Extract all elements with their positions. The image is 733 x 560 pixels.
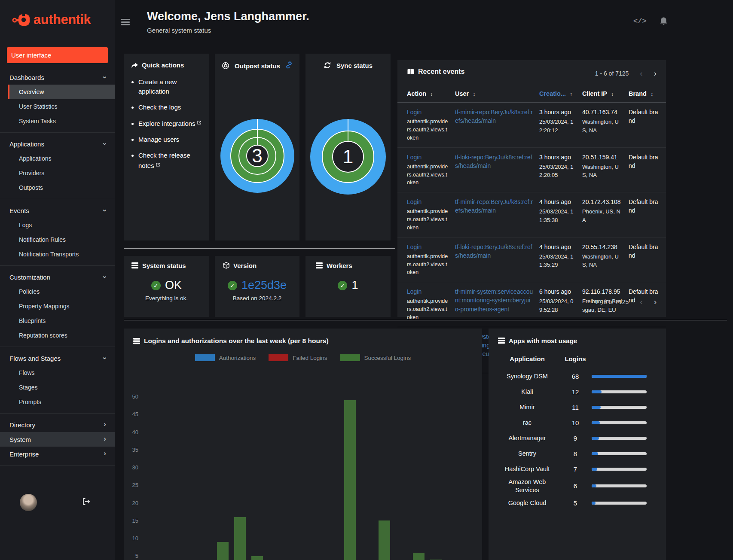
sidebar-group-enterprise[interactable]: Enterprise›	[0, 447, 115, 461]
event-user-link[interactable]: tf-mimir-repo:BeryJu/k8s:ref:refs/heads/…	[455, 198, 533, 214]
event-brand-cell: Default brand	[629, 198, 665, 232]
chevron-down-icon: ›	[101, 357, 109, 359]
events-column-brand[interactable]: Brand↕	[629, 90, 665, 97]
progress-track	[592, 437, 647, 440]
pagination-prev-icon[interactable]: ‹	[640, 297, 642, 307]
sidebar-item-notification-rules[interactable]: Notification Rules	[0, 232, 115, 247]
event-user-link[interactable]: tf-mimir-repo:BeryJu/k8s:ref:refs/heads/…	[455, 109, 533, 124]
app-name: Amazon Web Services	[495, 477, 559, 496]
chart-bar	[251, 556, 263, 560]
app-usage-row-kiali: Kiali12	[489, 384, 666, 399]
sidebar-item-reputation-scores[interactable]: Reputation scores	[0, 328, 115, 343]
events-column-user[interactable]: User↕	[455, 90, 539, 97]
app-usage-row-hashicorp-vault: HashiCorp Vault7	[489, 461, 666, 477]
event-ip: 40.71.163.74	[582, 108, 623, 116]
sidebar-group-flows-and-stages[interactable]: Flows and Stages›	[0, 351, 115, 365]
sidebar-item-outposts[interactable]: Outposts	[0, 180, 115, 195]
event-action-cell: Loginauthentik.providers.oauth2.views.to…	[407, 153, 455, 187]
event-brand: Default brand	[629, 198, 659, 215]
version-title: Version	[223, 262, 299, 269]
event-user-link[interactable]: tf-mimir-system:serviceaccount:monitorin…	[455, 288, 533, 313]
event-action-link[interactable]: Login	[407, 243, 421, 250]
quick-action-item: Create a new application	[138, 77, 202, 96]
quick-actions-title: Quick actions	[131, 61, 202, 69]
system-status-value: OK	[165, 279, 182, 292]
sidebar-group-events[interactable]: Events›	[0, 203, 115, 218]
sidebar-item-applications[interactable]: Applications	[0, 151, 115, 166]
sidebar: authentik User interface Dashboards›Over…	[0, 0, 115, 560]
event-action-detail: authentik.providers.oauth2.views.token	[407, 253, 449, 277]
sidebar-group-label: Customization	[9, 274, 50, 281]
app-usage-row-rac: rac10	[489, 415, 666, 430]
recent-events-card: Recent events 1 - 6 of 7125 ‹ › Action↕U…	[397, 60, 666, 317]
event-user-link[interactable]: tf-loki-repo:BeryJu/k8s:ref:refs/heads/m…	[455, 243, 532, 259]
legend-item-failed-logins: Failed Logins	[269, 354, 327, 361]
menu-toggle-icon[interactable]	[121, 19, 130, 27]
sidebar-item-system-tasks[interactable]: System Tasks	[0, 114, 115, 128]
sort-ascending-icon: ↑	[570, 91, 573, 97]
sidebar-group-directory[interactable]: Directory›	[0, 417, 115, 432]
app-usage-row-alertmanager: Alertmanager9	[489, 430, 666, 446]
sidebar-item-providers[interactable]: Providers	[0, 166, 115, 180]
chart-bar	[413, 553, 425, 560]
sidebar-item-property-mappings[interactable]: Property Mappings	[0, 299, 115, 313]
sidebar-group-applications[interactable]: Applications›	[0, 137, 115, 151]
sign-out-icon[interactable]	[82, 497, 91, 508]
event-client-ip-cell: 40.71.163.74Washington, US, NA	[582, 108, 629, 142]
event-action-link[interactable]: Login	[407, 198, 421, 205]
sidebar-item-notification-transports[interactable]: Notification Transports	[0, 247, 115, 262]
event-action-link[interactable]: Login	[407, 154, 421, 161]
column-label: Action	[407, 90, 426, 97]
event-date: 25/03/2024, 11:35:38	[539, 207, 576, 224]
pagination-prev-icon[interactable]: ‹	[640, 69, 642, 78]
quick-actions-list: Create a new applicationCheck the logsEx…	[138, 77, 202, 170]
events-column-creatio-[interactable]: Creatio...↑	[539, 90, 582, 97]
sidebar-item-user-statistics[interactable]: User Statistics	[0, 99, 115, 114]
quick-action-link-check-the-release-notes[interactable]: Check the release notes	[138, 152, 190, 169]
y-axis-tick: 30	[124, 464, 138, 471]
sidebar-item-logs[interactable]: Logs	[0, 218, 115, 232]
version-value-link[interactable]: 1e25d3e	[241, 279, 287, 292]
event-date: 25/03/2024, 12:20:12	[539, 118, 576, 134]
sidebar-item-blueprints[interactable]: Blueprints	[0, 313, 115, 328]
pagination-label: 1 - 6 of 7125	[595, 298, 629, 305]
sidebar-item-stages[interactable]: Stages	[0, 380, 115, 395]
quick-action-link-explore-integrations[interactable]: Explore integrations	[138, 120, 195, 127]
progress-track	[592, 484, 647, 487]
app-usage-row-amazon-web-services: Amazon Web Services6	[489, 477, 666, 496]
sidebar-item-policies[interactable]: Policies	[0, 284, 115, 299]
sidebar-nav: Dashboards›OverviewUser StatisticsSystem…	[0, 70, 115, 466]
sidebar-item-overview[interactable]: Overview	[8, 85, 115, 99]
event-client-ip-cell: 20.172.43.108Phoenix, US, NA	[582, 198, 629, 232]
event-action-link[interactable]: Login	[407, 288, 421, 295]
version-card: Version ✓ 1e25d3e Based on 2024.2.2	[215, 256, 299, 317]
event-action-link[interactable]: Login	[407, 109, 421, 116]
sidebar-item-flows[interactable]: Flows	[0, 365, 115, 380]
events-column-client-ip[interactable]: Client IP↕	[582, 90, 629, 97]
api-code-icon[interactable]: </>	[633, 17, 647, 25]
notifications-bell-icon[interactable]	[659, 17, 668, 28]
sidebar-group-system[interactable]: System›	[0, 432, 115, 447]
outpost-link-icon[interactable]	[285, 61, 293, 70]
sidebar-group-dashboards[interactable]: Dashboards›	[0, 70, 115, 85]
book-icon	[407, 68, 415, 75]
pagination-next-icon[interactable]: ›	[654, 297, 657, 307]
app-login-count: 10	[559, 419, 592, 426]
user-avatar[interactable]	[20, 494, 37, 511]
event-action-cell: Loginauthentik.providers.oauth2.views.to…	[407, 108, 455, 142]
event-user-link[interactable]: tf-loki-repo:BeryJu/k8s:ref:refs/heads/m…	[455, 154, 532, 169]
sidebar-item-prompts[interactable]: Prompts	[0, 395, 115, 409]
quick-action-link-create-a-new-application[interactable]: Create a new application	[138, 78, 177, 95]
pagination-next-icon[interactable]: ›	[654, 69, 657, 78]
events-column-action[interactable]: Action↕	[407, 90, 455, 97]
quick-action-link-manage-users[interactable]: Manage users	[138, 136, 179, 143]
outpost-count: 3	[252, 145, 262, 167]
y-axis-tick: 20	[124, 500, 138, 506]
apps-col-application: Application	[495, 355, 559, 362]
quick-action-item: Explore integrations	[138, 118, 202, 128]
sidebar-group-label: Directory	[9, 421, 35, 429]
sidebar-group-label: Enterprise	[9, 450, 39, 458]
quick-action-link-check-the-logs[interactable]: Check the logs	[138, 103, 181, 111]
sidebar-group-customization[interactable]: Customization›	[0, 270, 115, 284]
user-interface-button[interactable]: User interface	[7, 47, 108, 63]
